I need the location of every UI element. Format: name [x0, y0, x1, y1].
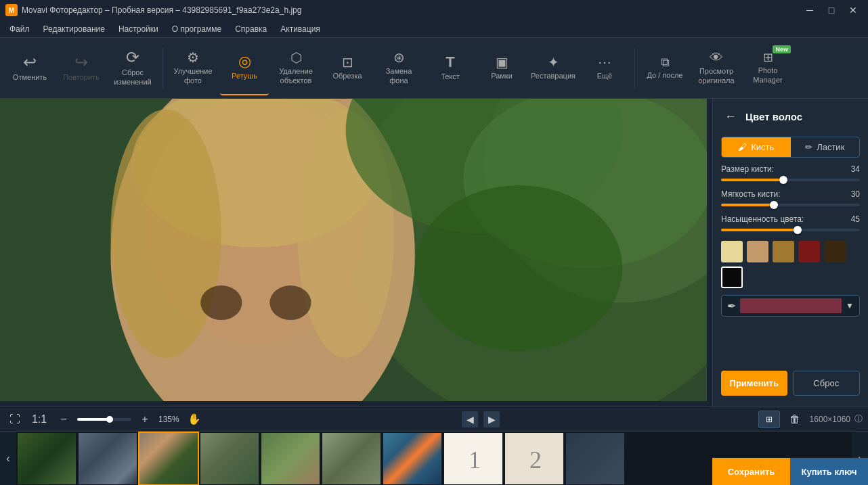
text-button[interactable]: T Текст [426, 41, 475, 95]
before-after-label: До / после [647, 71, 683, 80]
menu-activate[interactable]: Активация [274, 23, 327, 35]
thumb-10 [566, 433, 624, 484]
filmstrip-item-1[interactable] [16, 432, 77, 486]
filmstrip-item-3[interactable] [138, 432, 199, 486]
eye-icon: 👁 [710, 51, 723, 64]
enhance-label: Улучшение фото [171, 67, 215, 85]
redo-icon: ↪ [74, 54, 88, 70]
gallery-view-button[interactable]: ⊞ [758, 411, 780, 428]
filmstrip-item-9[interactable]: 2 [504, 432, 565, 486]
delete-image-button[interactable]: 🗑 [785, 410, 804, 429]
color-saturation-fill [721, 229, 798, 231]
toolbar-separator-1 [162, 48, 163, 89]
swatch-6[interactable] [721, 267, 743, 288]
more-button[interactable]: ⋯ Ещё [580, 41, 629, 95]
retouch-button[interactable]: ◎ Ретушь [220, 41, 269, 95]
reset-colors-button[interactable]: Сброс [793, 371, 861, 396]
filmstrip-item-8[interactable]: 1 [443, 432, 504, 486]
menu-edit[interactable]: Редактирование [37, 23, 112, 35]
info-icon[interactable]: ⓘ [854, 413, 863, 425]
color-saturation-track[interactable] [721, 229, 860, 231]
photo-manager-button[interactable]: New ⊞ Photo Manager [743, 41, 792, 95]
menu-file[interactable]: Файл [3, 23, 37, 35]
brush-softness-track[interactable] [721, 204, 860, 206]
maximize-button[interactable]: □ [822, 3, 841, 18]
main-area: ← Цвет волос 🖌 Кисть ✏ Ластик [0, 99, 868, 407]
eyedropper-icon[interactable]: ✒ [727, 300, 736, 313]
zoom-in-button[interactable]: + [135, 410, 154, 429]
new-badge: New [773, 45, 791, 53]
filmstrip: ‹ 1 [0, 431, 868, 485]
swatch-4[interactable] [798, 241, 820, 262]
vertical-scrollbar[interactable] [707, 99, 712, 401]
thumb-2 [79, 433, 137, 484]
reset-label: Сброс изменений [111, 68, 154, 86]
horizontal-scrollbar[interactable] [0, 401, 712, 407]
swatch-3[interactable] [773, 241, 794, 262]
close-button[interactable]: ✕ [844, 3, 863, 18]
color-dropdown-arrow[interactable]: ▼ [846, 301, 854, 310]
ratio-button[interactable]: 1:1 [30, 410, 49, 429]
buy-key-button[interactable]: Купить ключ [790, 458, 868, 485]
restore-button[interactable]: ✦ Реставрация [529, 41, 578, 95]
toolbar-separator-2 [634, 48, 635, 89]
prev-image-button[interactable]: ◀ [462, 411, 478, 428]
filmstrip-item-10[interactable] [565, 432, 626, 486]
thumb-8: 1 [444, 433, 502, 484]
swatch-1[interactable] [721, 241, 743, 262]
back-button[interactable]: ← [721, 107, 740, 126]
save-button[interactable]: Сохранить [712, 458, 790, 485]
view-original-button[interactable]: 👁 Просмотр оригинала [692, 41, 741, 95]
brush-softness-thumb[interactable] [770, 201, 778, 209]
reset-button[interactable]: ⟳ Сброс изменений [108, 41, 157, 95]
brush-button[interactable]: 🖌 Кисть [722, 137, 791, 157]
filmstrip-item-4[interactable] [199, 432, 260, 486]
zoom-thumb[interactable] [106, 416, 113, 423]
redo-button[interactable]: ↪ Повторить [57, 41, 106, 95]
eraser-button[interactable]: ✏ Ластик [791, 137, 860, 157]
window-controls: ─ □ ✕ [800, 3, 863, 18]
crop-icon: ⊡ [342, 55, 353, 69]
filmstrip-item-2[interactable] [77, 432, 138, 486]
frames-button[interactable]: ▣ Рамки [477, 41, 526, 95]
menu-about[interactable]: О программе [165, 23, 228, 35]
brush-icon: 🖌 [738, 142, 747, 152]
filmstrip-item-7[interactable] [382, 432, 443, 486]
filmstrip-item-6[interactable] [321, 432, 382, 486]
zoom-out-button[interactable]: − [54, 410, 73, 429]
menu-help[interactable]: Справка [228, 23, 274, 35]
fit-button[interactable]: ⛶ [5, 410, 24, 429]
brush-label: Кисть [751, 142, 774, 152]
filmstrip-prev[interactable]: ‹ [0, 432, 16, 486]
menu-settings[interactable]: Настройки [112, 23, 165, 35]
undo-label: Отменить [13, 73, 47, 82]
thumb-3 [139, 433, 198, 484]
photo-canvas[interactable] [0, 99, 712, 407]
redo-label: Повторить [63, 73, 100, 82]
panel-title: Цвет волос [745, 111, 802, 122]
swatch-2[interactable] [747, 241, 768, 262]
zoom-track[interactable] [77, 418, 131, 421]
color-saturation-thumb[interactable] [794, 226, 802, 234]
custom-color-preview[interactable] [740, 298, 842, 313]
brush-size-track[interactable] [721, 179, 860, 181]
brush-size-thumb[interactable] [779, 176, 787, 184]
remove-objects-button[interactable]: ⬡ Удаление объектов [272, 41, 320, 95]
color-saturation-row: Насыщенность цвета: 45 [721, 214, 860, 234]
hand-tool-button[interactable]: ✋ [185, 410, 204, 429]
crop-button[interactable]: ⊡ Обрезка [323, 41, 372, 95]
before-after-button[interactable]: ⧉ До / после [641, 41, 689, 95]
brush-softness-label: Мягкость кисти: [721, 189, 781, 199]
apply-button[interactable]: Применить [721, 371, 787, 396]
replace-bg-button[interactable]: ⊛ Замена фона [374, 41, 423, 95]
text-icon: T [446, 55, 454, 70]
hand-icon: ✋ [188, 413, 201, 425]
next-image-button[interactable]: ▶ [483, 411, 500, 428]
undo-button[interactable]: ↩ Отменить [5, 41, 54, 95]
canvas-area[interactable] [0, 99, 712, 407]
enhance-button[interactable]: ⚙ Улучшение фото [169, 41, 217, 95]
filmstrip-item-5[interactable] [260, 432, 321, 486]
view-original-label: Просмотр оригинала [695, 67, 738, 85]
minimize-button[interactable]: ─ [800, 3, 819, 18]
swatch-5[interactable] [824, 241, 846, 262]
